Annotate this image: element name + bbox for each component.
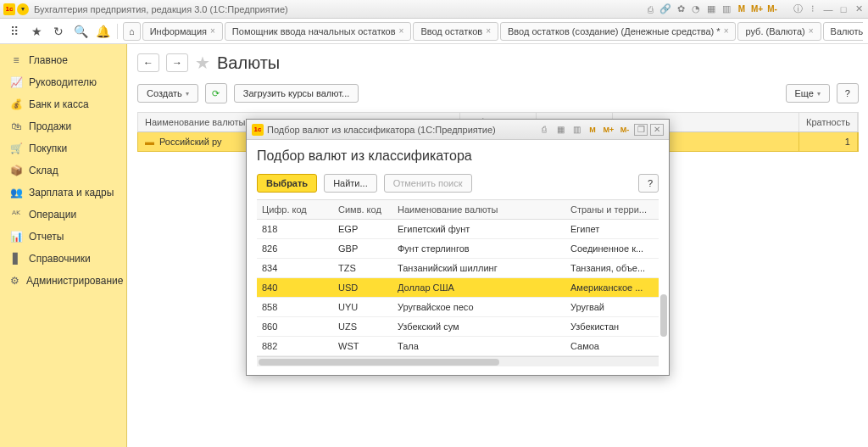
currency-row[interactable]: 818EGPЕгипетский фунтЕгипет [257, 220, 659, 239]
bell-icon[interactable]: 🔔 [93, 22, 112, 41]
tab-label: Ввод остатков [420, 26, 482, 36]
sidebar-item-catalogs[interactable]: ▋Справочники [0, 248, 126, 270]
maximize-icon[interactable]: □ [837, 3, 849, 15]
close-tab-icon[interactable]: × [210, 26, 215, 36]
tab-entry-create[interactable]: Ввод остатков (создание) (Денежные средс… [500, 22, 736, 41]
calculator-icon[interactable]: ▦ [705, 3, 717, 15]
sidebar-item-reports[interactable]: 📊Отчеты [0, 226, 126, 248]
app-titlebar: 1c ▾ Бухгалтерия предприятия, редакция 3… [0, 0, 868, 19]
button-label: Выбрать [266, 178, 308, 188]
favorite-icon[interactable]: ✿ [675, 3, 687, 15]
close-tab-icon[interactable]: × [486, 26, 491, 36]
settings-icon[interactable]: ⁝ [807, 3, 819, 15]
scrollbar-thumb[interactable] [660, 294, 667, 337]
cart-icon: 🛍 [10, 120, 22, 132]
cell-country: Египет [565, 220, 659, 238]
sidebar-item-warehouse[interactable]: 📦Склад [0, 159, 126, 182]
currency-row[interactable]: 882WSTТалаСамоа [257, 337, 659, 356]
print-icon[interactable]: ⎙ [537, 123, 551, 137]
select-button[interactable]: Выбрать [257, 174, 317, 193]
cell-name: Египетский фунт [392, 220, 565, 238]
sidebar-item-salary[interactable]: 👥Зарплата и кадры [0, 182, 126, 204]
cell-name: Танзанийский шиллинг [392, 259, 565, 277]
nav-forward-button[interactable]: → [166, 53, 188, 72]
tab-label: Валюты [831, 26, 863, 36]
close-tab-icon[interactable]: × [399, 26, 404, 36]
app-logo-icon: 1c [3, 3, 15, 15]
nav-back-button[interactable]: ← [137, 53, 159, 72]
memory-mplus-icon[interactable]: M+ [602, 123, 615, 137]
modal-grid-header: Цифр. код Симв. код Наименование валюты … [257, 199, 659, 220]
sidebar-item-label: Администрирование [26, 275, 123, 287]
search-icon[interactable]: 🔍 [71, 22, 90, 41]
memory-mminus-icon[interactable]: M- [766, 3, 778, 15]
tab-home[interactable]: ⌂ [123, 22, 141, 41]
cancel-search-button[interactable]: Отменить поиск [384, 174, 472, 193]
col-mult[interactable]: Кратность [799, 113, 858, 131]
load-rates-button[interactable]: Загрузить курсы валют... [234, 84, 359, 103]
favorite-star-icon[interactable]: ★ [195, 53, 210, 73]
sidebar-item-sales[interactable]: 🛍Продажи [0, 115, 126, 137]
currency-row[interactable]: 826GBPФунт стерлинговСоединенное к... [257, 239, 659, 259]
create-button[interactable]: Создать▾ [137, 84, 198, 103]
refresh-button[interactable]: ⟳ [205, 83, 227, 103]
sidebar-item-operations[interactable]: ᴬᴷОперации [0, 204, 126, 226]
memory-m-icon[interactable]: M [736, 3, 748, 15]
currency-row[interactable]: 840USDДоллар СШААмериканское ... [257, 278, 659, 298]
close-tab-icon[interactable]: × [724, 26, 729, 36]
modal-help-button[interactable]: ? [638, 174, 659, 193]
calculator-icon[interactable]: ▦ [554, 123, 567, 137]
sidebar-item-bank[interactable]: 💰Банк и касса [0, 93, 126, 115]
modal-restore-icon[interactable]: ❐ [634, 124, 648, 136]
clock-icon[interactable]: ◔ [690, 3, 702, 15]
tab-info[interactable]: Информация× [142, 22, 223, 41]
app-menu-dropdown-icon[interactable]: ▾ [17, 3, 29, 15]
modal-logo-icon: 1c [252, 124, 264, 136]
info-icon[interactable]: ⓘ [792, 3, 804, 15]
tab-rub[interactable]: руб. (Валюта)× [737, 22, 821, 41]
horizontal-scrollbar[interactable] [257, 356, 659, 366]
col-num[interactable]: Цифр. код [257, 200, 333, 219]
tab-helper[interactable]: Помощник ввода начальных остатков× [225, 22, 412, 41]
apps-grid-icon[interactable]: ⠿ [5, 22, 24, 41]
sidebar-item-purchases[interactable]: 🛒Покупки [0, 137, 126, 159]
help-button[interactable]: ? [837, 83, 859, 103]
history-icon[interactable]: ↻ [49, 22, 68, 41]
cell-num: 882 [257, 337, 333, 355]
link-icon[interactable]: 🔗 [659, 3, 671, 15]
memory-mplus-icon[interactable]: M+ [751, 3, 763, 15]
currency-row[interactable]: 860UZSУзбекский сумУзбекистан [257, 317, 659, 337]
close-icon[interactable]: ✕ [853, 3, 865, 15]
tab-currencies[interactable]: Валюты× [823, 22, 863, 41]
col-name[interactable]: Наименование валюты [392, 200, 565, 219]
modal-titlebar[interactable]: 1c Подбор валют из классификатора (1С:Пр… [247, 120, 669, 140]
find-button[interactable]: Найти... [324, 174, 377, 193]
calendar-icon[interactable]: ▥ [721, 3, 732, 15]
people-icon: 👥 [10, 187, 22, 198]
close-tab-icon[interactable]: × [809, 26, 814, 36]
scrollbar-thumb[interactable] [259, 359, 499, 366]
titlebar-icons: ⎙ 🔗 ✿ ◔ ▦ ▥ M M+ M- ⓘ ⁝ — □ ✕ [644, 3, 865, 15]
print-icon[interactable]: ⎙ [644, 3, 656, 15]
minimize-icon[interactable]: — [822, 3, 834, 15]
calendar-icon[interactable]: ▥ [570, 123, 583, 137]
memory-m-icon[interactable]: M [586, 123, 599, 137]
book-icon: ▋ [10, 253, 22, 265]
cell-mult: 1 [799, 132, 858, 151]
button-label: Создать [147, 88, 182, 98]
currency-row[interactable]: 834TZSТанзанийский шиллингТанзания, объе… [257, 259, 659, 278]
tab-entry[interactable]: Ввод остатков× [413, 22, 498, 41]
vertical-scrollbar[interactable] [659, 191, 667, 363]
col-country[interactable]: Страны и терри... [565, 200, 659, 219]
currency-row[interactable]: 858UYUУругвайское песоУругвай [257, 298, 659, 317]
star-icon[interactable]: ★ [27, 22, 46, 41]
modal-close-icon[interactable]: ✕ [650, 124, 664, 136]
col-sym[interactable]: Симв. код [333, 200, 392, 219]
sidebar-item-admin[interactable]: ⚙Администрирование [0, 270, 126, 292]
content-header: ← → ★ Валюты [137, 53, 859, 73]
sidebar-item-manager[interactable]: 📈Руководителю [0, 71, 126, 93]
sidebar-item-main[interactable]: ≡Главное [0, 49, 126, 71]
memory-mminus-icon[interactable]: M- [618, 123, 632, 137]
tabs-container: ⌂ Информация× Помощник ввода начальных о… [123, 22, 863, 41]
more-button[interactable]: Еще▾ [786, 84, 830, 103]
